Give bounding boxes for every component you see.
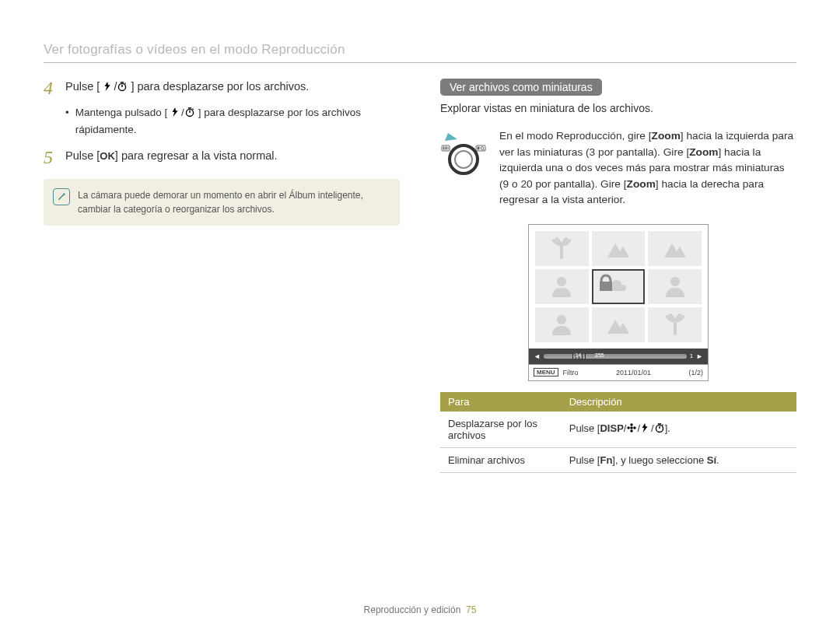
ok-icon: OK	[100, 150, 115, 162]
zoom-instruction: En el modo Reproducción, gire [Zoom] hac…	[440, 128, 796, 208]
screen-date: 2011/01/01	[583, 369, 684, 377]
table-cell: Pulse [Fn], y luego seleccione Sí.	[562, 447, 796, 472]
page-footer: Reproducción y edición 75	[0, 604, 840, 615]
menu-chip: MENU	[534, 368, 558, 377]
left-column: 4 Pulse [ / ] para desplazarse por los a…	[44, 79, 400, 473]
divider	[44, 62, 796, 63]
table-cell: Pulse [DISP///].	[562, 412, 796, 448]
svg-rect-9	[443, 147, 445, 150]
screen-footer: MENU Filtro 2011/01/01 (1/2)	[529, 364, 708, 380]
step-4: 4 Pulse [ / ] para desplazarse por los a…	[44, 79, 400, 97]
flash-icon	[103, 80, 114, 96]
lock-icon	[593, 271, 618, 299]
step-4-sub: • Mantenga pulsado [ / ] para desplazars…	[65, 105, 400, 137]
subsection-pill: Ver archivos como miniaturas	[440, 79, 602, 96]
footer-page-number: 75	[466, 604, 476, 615]
footer-section: Reproducción y edición	[364, 604, 461, 615]
zoom-text: En el modo Reproducción, gire [Zoom] hac…	[499, 128, 796, 208]
table-header-para: Para	[440, 392, 562, 412]
thumbnail	[648, 269, 702, 304]
svg-rect-13	[478, 147, 480, 150]
svg-rect-10	[446, 147, 447, 150]
right-column: Ver archivos como miniaturas Explorar vi…	[440, 79, 796, 473]
lead-text: Explorar vistas en miniatura de los arch…	[440, 102, 796, 114]
timer-icon	[654, 422, 665, 436]
table-row: Desplazarse por los archivos Pulse [DISP…	[440, 412, 796, 448]
reference-table: Para Descripción Desplazarse por los arc…	[440, 392, 796, 473]
filtro-label: Filtro	[563, 369, 579, 377]
camera-screen-preview: ◄ 14 255 1 ► MENU Filtro 2011/01/01 (1/2…	[528, 224, 709, 381]
section-header: Ver fotografías o vídeos en el modo Repr…	[44, 42, 796, 58]
step-number: 5	[44, 148, 58, 166]
thumbnail	[648, 307, 702, 342]
thumbnail	[535, 269, 589, 304]
chevron-right-icon: ►	[696, 352, 703, 360]
flash-icon	[640, 422, 651, 436]
note-icon	[53, 188, 70, 205]
flash-icon	[170, 107, 181, 122]
table-cell: Eliminar archivos	[440, 447, 562, 472]
flower-icon	[626, 422, 637, 436]
thumbnail	[592, 307, 646, 342]
thumbnail-selected	[592, 269, 646, 304]
thumbnail	[592, 231, 646, 266]
step-number: 4	[44, 79, 58, 97]
timer-icon	[184, 107, 195, 122]
table-header-desc: Descripción	[562, 392, 796, 412]
screen-slider: ◄ 14 255 1 ►	[529, 349, 708, 364]
step-5: 5 Pulse [OK] para regresar a la vista no…	[44, 148, 400, 166]
chevron-left-icon: ◄	[534, 352, 541, 360]
zoom-dial-icon	[440, 128, 487, 181]
note-box: La cámara puede demorar un momento en ab…	[44, 179, 400, 226]
thumbnail	[648, 231, 702, 266]
table-cell: Desplazarse por los archivos	[440, 412, 562, 448]
note-text: La cámara puede demorar un momento en ab…	[78, 190, 363, 215]
step-text: Pulse [OK] para regresar a la vista norm…	[65, 148, 278, 166]
svg-point-15	[450, 145, 478, 173]
table-row: Eliminar archivos Pulse [Fn], y luego se…	[440, 447, 796, 472]
svg-rect-11	[448, 147, 449, 150]
step-text: Pulse [ / ] para desplazarse por los arc…	[65, 79, 309, 97]
screen-page: (1/2)	[688, 369, 703, 377]
thumbnail	[535, 307, 589, 342]
svg-point-14	[481, 147, 484, 150]
timer-icon	[117, 80, 128, 96]
svg-point-16	[455, 151, 472, 168]
thumbnail	[535, 231, 589, 266]
